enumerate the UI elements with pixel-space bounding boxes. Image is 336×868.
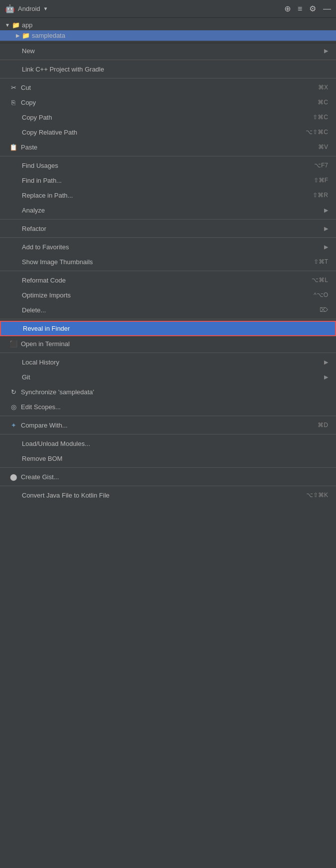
icon-synchronize: ↻	[8, 388, 19, 396]
label-local-history: Local History	[22, 359, 319, 366]
label-link-cpp: Link C++ Project with Gradle	[22, 66, 328, 73]
label-delete: Delete...	[22, 306, 310, 314]
context-menu: New▶Link C++ Project with Gradle✂Cut⌘X⎘C…	[0, 43, 336, 503]
label-copy-path: Copy Path	[22, 114, 303, 121]
label-load-unload-modules: Load/Unload Modules...	[22, 440, 328, 447]
globe-icon[interactable]: ⊕	[284, 4, 291, 13]
menu-separator-26	[0, 353, 336, 353]
label-replace-in-path: Replace in Path...	[22, 192, 303, 199]
shortcut-copy: ⌘C	[318, 99, 328, 106]
label-show-image-thumbnails: Show Image Thumbnails	[22, 258, 304, 266]
icon-open-in-terminal: ⬛	[8, 340, 19, 348]
menu-item-convert-java[interactable]: Convert Java File to Kotlin File⌥⇧⌘K	[0, 488, 336, 503]
gear-icon[interactable]: ⚙	[309, 4, 316, 13]
lines-icon[interactable]: ≡	[298, 4, 302, 13]
shortcut-paste: ⌘V	[318, 144, 328, 150]
menu-separator-14	[0, 219, 336, 219]
folder-icon-sampledata: 📁	[22, 32, 30, 39]
shortcut-reformat-code: ⌥⌘L	[312, 277, 328, 284]
tree-arrow-sampledata: ▶	[16, 33, 20, 38]
menu-item-analyze[interactable]: Analyze▶	[0, 203, 336, 217]
icon-paste: 📋	[8, 144, 19, 151]
menu-separator-36	[0, 467, 336, 468]
title-bar-left: 🤖 Android ▼	[5, 4, 284, 13]
shortcut-replace-in-path: ⇧⌘R	[313, 192, 328, 199]
folder-icon-app: 📁	[12, 21, 20, 29]
label-reveal-in-finder: Reveal in Finder	[23, 325, 327, 332]
menu-item-replace-in-path[interactable]: Replace in Path...⇧⌘R	[0, 188, 336, 203]
menu-item-add-to-favorites[interactable]: Add to Favorites▶	[0, 239, 336, 254]
menu-item-synchronize[interactable]: ↻Synchronize 'sampledata'	[0, 384, 336, 399]
menu-separator-33	[0, 434, 336, 434]
label-git: Git	[22, 373, 319, 381]
arrow-new: ▶	[324, 48, 328, 54]
menu-item-load-unload-modules[interactable]: Load/Unload Modules...	[0, 436, 336, 451]
menu-item-reveal-in-finder[interactable]: Reveal in Finder	[0, 321, 336, 336]
arrow-add-to-favorites: ▶	[324, 244, 328, 250]
label-find-in-path: Find in Path...	[22, 177, 304, 184]
menu-item-copy-path[interactable]: Copy Path⇧⌘C	[0, 110, 336, 125]
menu-separator-1	[0, 60, 336, 60]
label-copy: Copy	[21, 99, 308, 106]
menu-item-compare-with[interactable]: ✦Compare With...⌘D	[0, 418, 336, 433]
menu-item-git[interactable]: Git▶	[0, 369, 336, 384]
menu-item-find-usages[interactable]: Find Usages⌥F7	[0, 158, 336, 173]
menu-item-refactor[interactable]: Refactor▶	[0, 221, 336, 236]
menu-separator-19	[0, 271, 336, 271]
shortcut-optimize-imports: ^⌥O	[314, 291, 328, 298]
menu-item-reformat-code[interactable]: Reformat Code⌥⌘L	[0, 273, 336, 288]
menu-item-copy[interactable]: ⎘Copy⌘C	[0, 95, 336, 110]
icon-compare-with: ✦	[8, 422, 19, 429]
label-compare-with: Compare With...	[21, 422, 308, 429]
menu-separator-9	[0, 156, 336, 156]
arrow-git: ▶	[324, 374, 328, 380]
icon-create-gist: ⬤	[8, 473, 19, 481]
icon-cut: ✂	[8, 84, 19, 91]
tree-row-app[interactable]: ▼ 📁 app	[0, 20, 336, 30]
minimize-icon[interactable]: —	[323, 4, 331, 13]
label-analyze: Analyze	[22, 207, 319, 214]
menu-item-local-history[interactable]: Local History▶	[0, 355, 336, 369]
arrow-analyze: ▶	[324, 207, 328, 214]
menu-separator-38	[0, 486, 336, 486]
menu-item-new[interactable]: New▶	[0, 43, 336, 58]
shortcut-find-usages: ⌥F7	[314, 162, 328, 169]
shortcut-cut: ⌘X	[318, 84, 328, 91]
label-open-in-terminal: Open in Terminal	[21, 340, 328, 348]
label-add-to-favorites: Add to Favorites	[22, 243, 319, 251]
shortcut-copy-path: ⇧⌘C	[313, 114, 328, 121]
menu-item-link-cpp[interactable]: Link C++ Project with Gradle	[0, 62, 336, 76]
dropdown-icon[interactable]: ▼	[43, 6, 48, 11]
label-edit-scopes: Edit Scopes...	[21, 403, 328, 411]
menu-item-copy-relative-path[interactable]: Copy Relative Path⌥⇧⌘C	[0, 125, 336, 140]
menu-item-paste[interactable]: 📋Paste⌘V	[0, 140, 336, 154]
label-paste: Paste	[21, 144, 308, 151]
icon-copy: ⎘	[8, 99, 19, 106]
label-cut: Cut	[21, 84, 308, 91]
shortcut-convert-java: ⌥⇧⌘K	[306, 492, 328, 499]
menu-item-remove-bom[interactable]: Remove BOM	[0, 451, 336, 466]
menu-item-cut[interactable]: ✂Cut⌘X	[0, 80, 336, 95]
label-refactor: Refactor	[22, 225, 319, 232]
title-text: Android	[18, 5, 40, 12]
android-icon: 🤖	[5, 4, 15, 13]
menu-separator-31	[0, 416, 336, 416]
label-new: New	[22, 47, 319, 55]
shortcut-delete: ⌦	[320, 306, 328, 313]
menu-item-delete[interactable]: Delete...⌦	[0, 302, 336, 317]
tree-row-sampledata[interactable]: ▶ 📁 sampledata	[0, 30, 336, 41]
shortcut-compare-with: ⌘D	[318, 422, 328, 429]
label-convert-java: Convert Java File to Kotlin File	[22, 492, 296, 499]
menu-item-create-gist[interactable]: ⬤Create Gist...	[0, 469, 336, 484]
menu-item-edit-scopes[interactable]: ◎Edit Scopes...	[0, 399, 336, 414]
menu-item-show-image-thumbnails[interactable]: Show Image Thumbnails⇧⌘T	[0, 254, 336, 269]
title-bar: 🤖 Android ▼ ⊕ ≡ ⚙ —	[0, 0, 336, 18]
tree-label-sampledata: sampledata	[32, 32, 65, 39]
menu-item-open-in-terminal[interactable]: ⬛Open in Terminal	[0, 336, 336, 351]
tree-arrow-app: ▼	[5, 22, 10, 28]
label-remove-bom: Remove BOM	[22, 455, 328, 462]
menu-item-optimize-imports[interactable]: Optimize Imports^⌥O	[0, 288, 336, 302]
menu-item-find-in-path[interactable]: Find in Path...⇧⌘F	[0, 173, 336, 188]
project-tree: ▼ 📁 app ▶ 📁 sampledata	[0, 18, 336, 43]
shortcut-copy-relative-path: ⌥⇧⌘C	[306, 129, 328, 136]
